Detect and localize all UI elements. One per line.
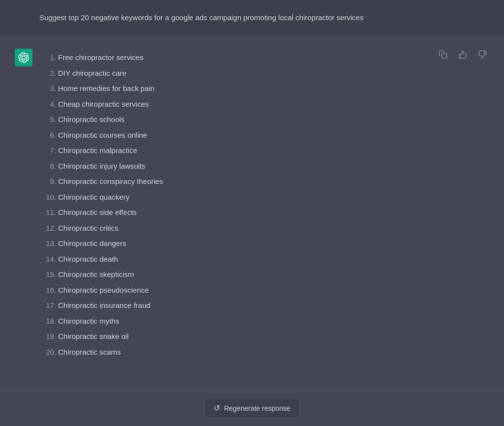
keyword-number: 2.: [42, 67, 56, 80]
list-item: 12.Chiropractic critics: [42, 220, 465, 236]
keyword-number: 10.: [42, 191, 56, 204]
keyword-list: 1.Free chiropractor services2.DIY chirop…: [42, 50, 465, 360]
keyword-text: Chiropractic schools: [58, 115, 125, 123]
list-item: 20.Chiropractic scams: [42, 344, 465, 360]
chatgpt-icon: [18, 52, 29, 63]
prompt-section: Suggest top 20 negative keywords for a g…: [0, 0, 504, 36]
keyword-number: 9.: [42, 175, 56, 188]
keyword-number: 12.: [42, 222, 56, 235]
svg-rect-0: [442, 54, 447, 59]
list-item: 16.Chiropractic pseudoscience: [42, 282, 465, 298]
keyword-number: 14.: [42, 253, 56, 266]
keyword-text: Chiropractic quackery: [58, 193, 129, 201]
thumbsdown-button[interactable]: [475, 48, 489, 61]
keyword-text: Chiropractic dangers: [58, 239, 126, 247]
keyword-text: Chiropractic snake oil: [58, 332, 128, 340]
keyword-text: Free chiropractor services: [58, 53, 143, 61]
keyword-text: Chiropractic injury lawsuits: [58, 162, 146, 170]
response-content: 1.Free chiropractor services2.DIY chirop…: [42, 48, 465, 360]
list-item: 2.DIY chiropractic care: [42, 65, 465, 81]
keyword-text: Chiropractic courses online: [58, 131, 147, 139]
list-item: 19.Chiropractic snake oil: [42, 329, 465, 344]
keyword-number: 4.: [42, 98, 56, 111]
regenerate-label: Regenerate response: [224, 404, 290, 412]
keyword-text: DIY chiropractic care: [58, 69, 126, 77]
list-item: 1.Free chiropractor services: [42, 50, 465, 65]
keyword-text: Chiropractic malpractice: [58, 146, 137, 154]
list-item: 18.Chiropractic myths: [42, 313, 465, 329]
list-item: 3.Home remedies for back pain: [42, 81, 465, 96]
keyword-number: 20.: [42, 346, 56, 359]
keyword-number: 1.: [42, 51, 56, 64]
keyword-text: Chiropractic pseudoscience: [58, 286, 149, 294]
list-item: 13.Chiropractic dangers: [42, 236, 465, 251]
keyword-number: 5.: [42, 113, 56, 126]
keyword-text: Chiropractic conspiracy theories: [58, 177, 163, 185]
keyword-text: Chiropractic insurance fraud: [58, 301, 151, 309]
keyword-number: 16.: [42, 284, 56, 297]
keyword-number: 6.: [42, 129, 56, 142]
list-item: 11.Chiropractic side effects: [42, 205, 465, 220]
avatar: [15, 49, 32, 66]
keyword-text: Chiropractic myths: [58, 317, 119, 325]
list-item: 5.Chiropractic schools: [42, 112, 465, 127]
keyword-text: Chiropractic scams: [58, 348, 121, 356]
list-item: 14.Chiropractic death: [42, 251, 465, 267]
bottom-bar: ↺ Regenerate response: [0, 390, 504, 426]
response-section: 1.Free chiropractor services2.DIY chirop…: [0, 36, 504, 390]
keyword-text: Chiropractic death: [58, 255, 118, 263]
keyword-number: 15.: [42, 268, 56, 281]
keyword-text: Chiropractic side effects: [58, 208, 137, 216]
keyword-number: 11.: [42, 206, 56, 219]
keyword-number: 8.: [42, 160, 56, 173]
action-icons: [436, 48, 489, 61]
keyword-number: 17.: [42, 299, 56, 312]
list-item: 8.Chiropractic injury lawsuits: [42, 158, 465, 174]
list-item: 10.Chiropractic quackery: [42, 189, 465, 205]
keyword-number: 18.: [42, 315, 56, 328]
prompt-text: Suggest top 20 negative keywords for a g…: [39, 12, 465, 24]
keyword-text: Chiropractic critics: [58, 224, 119, 232]
regenerate-button[interactable]: ↺ Regenerate response: [204, 398, 300, 418]
regenerate-icon: ↺: [214, 403, 220, 413]
keyword-number: 7.: [42, 144, 56, 157]
copy-button[interactable]: [436, 48, 450, 61]
list-item: 6.Chiropractic courses online: [42, 127, 465, 143]
keyword-text: Home remedies for back pain: [58, 84, 155, 92]
list-item: 15.Chiropractic skepticism: [42, 267, 465, 282]
keyword-number: 3.: [42, 82, 56, 95]
list-item: 7.Chiropractic malpractice: [42, 143, 465, 158]
list-item: 4.Cheap chiropractic services: [42, 96, 465, 112]
response-inner: 1.Free chiropractor services2.DIY chirop…: [15, 48, 465, 360]
thumbsup-button[interactable]: [456, 48, 470, 61]
list-item: 17.Chiropractic insurance fraud: [42, 298, 465, 313]
keyword-number: 19.: [42, 330, 56, 343]
keyword-text: Chiropractic skepticism: [58, 270, 134, 278]
keyword-number: 13.: [42, 237, 56, 250]
keyword-text: Cheap chiropractic services: [58, 100, 149, 108]
list-item: 9.Chiropractic conspiracy theories: [42, 174, 465, 189]
